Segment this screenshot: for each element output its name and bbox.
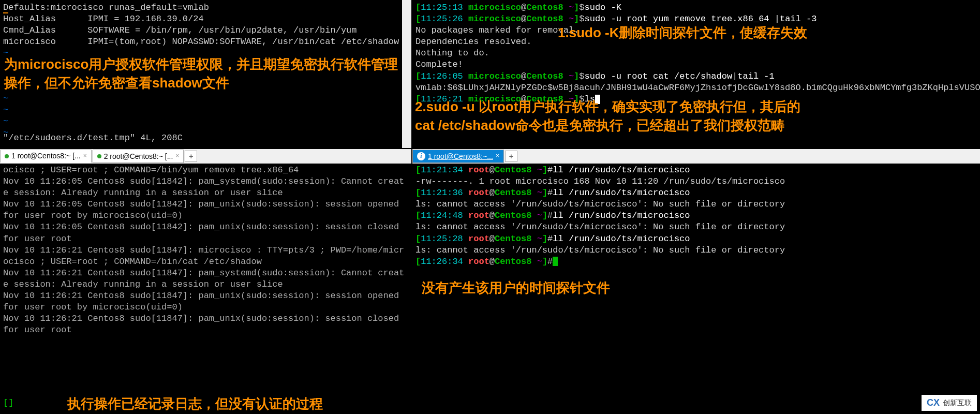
watermark-logo: CX [927, 397, 940, 409]
watermark: CX 创新互联 [922, 395, 977, 411]
close-icon[interactable]: × [175, 152, 179, 160]
status-dot-icon [5, 154, 9, 158]
info-icon: i [417, 152, 425, 160]
tab-2[interactable]: 2 root@Centos8:~ [... × [93, 150, 184, 163]
annotation-tr-1: 1.sudo -K删除时间探针文件，使缓存失效 [558, 23, 889, 42]
terminal-top-right[interactable]: [11:25:13 microcisco@Centos8 ~]$sudo -K[… [412, 0, 980, 148]
add-tab-button[interactable]: + [185, 151, 197, 162]
tab-active[interactable]: i 1 root@Centos8:~... × [412, 150, 504, 163]
watermark-text: 创新互联 [943, 398, 972, 407]
tab-label: 1 root@Centos8:~... [428, 152, 493, 161]
terminal-bottom-left[interactable]: 1 root@Centos8:~ [... × 2 root@Centos8:~… [0, 149, 411, 414]
prompt-bracket: [] [3, 398, 13, 408]
add-tab-button[interactable]: + [505, 151, 517, 162]
tab-label: 1 root@Centos8:~ [... [11, 151, 81, 160]
annotation-tl: 为microcisco用户授权软件管理权限，并且期望免密执行软件管理操作，但不允… [4, 55, 403, 93]
tab-bar: i 1 root@Centos8:~... × + [412, 149, 980, 164]
tab-label: 2 root@Centos8:~ [... [104, 152, 173, 161]
terminal-top-left[interactable]: Defaults:microcisco runas_default=vmlabH… [0, 0, 411, 148]
close-icon[interactable]: × [496, 152, 499, 160]
status-line: "/etc/sudoers.d/test.tmp" 4L, 208C [3, 133, 183, 143]
terminal-output: [11:25:13 microcisco@Centos8 ~]$sudo -K[… [412, 0, 980, 107]
terminal-output: [11:21:34 root@Centos8 ~]#ll /run/sudo/t… [412, 164, 980, 270]
tab-1[interactable]: 1 root@Centos8:~ [... × [0, 150, 92, 163]
status-dot-icon [97, 154, 101, 158]
tab-bar: 1 root@Centos8:~ [... × 2 root@Centos8:~… [0, 149, 411, 164]
terminal-bottom-right[interactable]: i 1 root@Centos8:~... × + [11:21:34 root… [412, 149, 980, 414]
terminal-output: ocisco ; USER=root ; COMMAND=/bin/yum re… [0, 164, 411, 338]
terminal-output: Defaults:microcisco runas_default=vmlabH… [0, 0, 411, 61]
scrollbar[interactable] [402, 0, 411, 148]
annotation-tr-2: 2.sudo -u 以root用户执行软件，确实实现了免密执行但，其后的cat … [415, 97, 808, 135]
annotation-br: 没有产生该用户的时间探针文件 [422, 278, 610, 297]
annotation-bl: 执行操作已经记录日志，但没有认证的过程 [67, 394, 323, 413]
close-icon[interactable]: × [83, 152, 87, 160]
